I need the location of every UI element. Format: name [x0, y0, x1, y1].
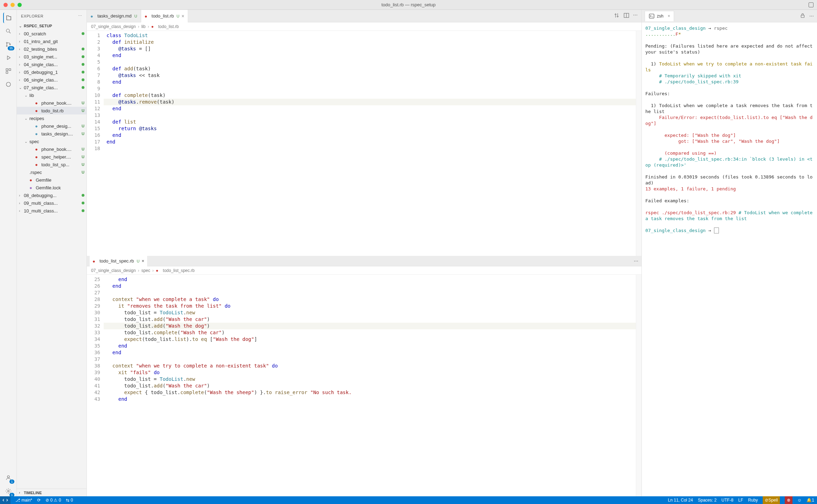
close-icon[interactable]: × [181, 13, 184, 19]
tree-item[interactable]: ⌄07_single_clas... [17, 84, 87, 91]
tree-item[interactable]: ›01_intro_and_git [17, 37, 87, 45]
close-icon[interactable]: × [142, 258, 144, 264]
workspace-section[interactable]: ⌄ RSPEC_SETUP [17, 22, 87, 30]
remote-indicator[interactable] [0, 496, 11, 504]
tree-item[interactable]: todo_list_sp...U [17, 161, 87, 168]
tree-item[interactable]: ⌄lib [17, 91, 87, 99]
lock-icon[interactable] [799, 12, 806, 20]
tree-item[interactable]: Gemfile [17, 176, 87, 184]
problems[interactable]: ⊘ 0 ⚠ 0 [46, 498, 61, 503]
svg-point-8 [7, 476, 9, 478]
tree-item[interactable]: Gemfile.lock [17, 184, 87, 191]
settings-icon[interactable] [3, 486, 14, 496]
close-icon[interactable]: × [668, 14, 670, 19]
split-icon[interactable] [623, 12, 630, 20]
port-forward[interactable]: ⇆ 0 [66, 498, 73, 503]
svg-point-9 [7, 490, 9, 492]
tree-item[interactable]: spec_helper....U [17, 153, 87, 161]
tree-item[interactable]: phone_book....U [17, 99, 87, 107]
eol[interactable]: LF [738, 498, 743, 503]
tree-item[interactable]: ›00_scratch [17, 30, 87, 37]
svg-rect-6 [6, 72, 8, 74]
svg-rect-5 [9, 69, 11, 70]
sync-icon[interactable]: ⟳ [37, 498, 41, 503]
tree-item[interactable]: ›06_single_clas... [17, 76, 87, 84]
tree-item[interactable]: todo_list.rbU [17, 107, 87, 114]
svg-point-7 [6, 82, 11, 86]
layout-icon[interactable] [809, 2, 813, 7]
statusbar: ⎇ main* ⟳ ⊘ 0 ⚠ 0 ⇆ 0 Ln 11, Col 24 Spac… [0, 496, 817, 504]
activity-bar [0, 10, 17, 496]
indent[interactable]: Spaces: 2 [698, 498, 716, 503]
tree-item[interactable]: phone_book....U [17, 145, 87, 153]
svg-point-3 [9, 44, 11, 45]
tree-item[interactable]: ›03_single_met... [17, 53, 87, 61]
timeline-section[interactable]: › TIMELINE [17, 489, 87, 496]
tree-item[interactable]: ⌄recipes [17, 114, 87, 122]
error-indicator[interactable]: ⊗ [785, 496, 792, 504]
svg-point-2 [6, 46, 7, 47]
pane-bot-tabs: todo_list_spec.rb U × ⋯ [87, 256, 641, 266]
editor-tabs: tasks_design.mdUtodo_list.rbU× ⋯ [87, 10, 641, 22]
compare-icon[interactable] [613, 12, 620, 20]
svg-rect-11 [649, 14, 654, 18]
minimap[interactable] [636, 31, 641, 256]
editor-top[interactable]: 123456789101112131415161718 class TodoLi… [87, 31, 641, 256]
cursor-position[interactable]: Ln 11, Col 24 [668, 498, 693, 503]
svg-point-1 [6, 42, 7, 43]
tab-spec[interactable]: todo_list_spec.rb U × [90, 256, 147, 266]
terminal-panel: zsh × ⋯ 07_single_class_design → rspec..… [642, 10, 817, 496]
spell-check[interactable]: ⊘ Spell [763, 496, 780, 504]
extensions-icon[interactable] [3, 66, 14, 76]
minimap[interactable] [636, 275, 641, 496]
source-control-icon[interactable] [3, 39, 14, 50]
tree-item[interactable]: .rspecU [17, 168, 87, 176]
maximize-window-button[interactable] [18, 3, 22, 7]
sidebar-title: EXPLORER [21, 14, 43, 18]
svg-rect-4 [6, 69, 8, 70]
breadcrumb-top[interactable]: 07_single_class_design› lib› todo_list.r… [87, 22, 641, 31]
titlebar: todo_list.rb — rspec_setup [0, 0, 817, 10]
tree-item[interactable]: ›10_multi_class... [17, 207, 87, 215]
explorer-icon[interactable] [3, 13, 14, 23]
search-icon[interactable] [3, 26, 14, 36]
close-window-button[interactable] [4, 3, 8, 7]
tree-item[interactable]: ›08_debugging... [17, 191, 87, 199]
encoding[interactable]: UTF-8 [721, 498, 733, 503]
terminal-tab[interactable]: zsh × [645, 11, 674, 21]
pane-more-icon[interactable]: ⋯ [634, 258, 639, 264]
notifications[interactable]: 🔔1 [806, 498, 814, 503]
svg-point-0 [6, 29, 9, 32]
language[interactable]: Ruby [748, 498, 758, 503]
tab-more-icon[interactable]: ⋯ [633, 12, 638, 20]
pull-request-icon[interactable] [3, 79, 14, 90]
feedback-icon[interactable]: ☺ [797, 498, 802, 503]
ruby-icon [92, 259, 97, 264]
window-title: todo_list.rb — rspec_setup [382, 2, 436, 7]
tree-item[interactable]: ›05_debugging_1 [17, 68, 87, 76]
terminal-output[interactable]: 07_single_class_design → rspec..........… [642, 22, 817, 496]
editor-bot[interactable]: 25262728293031323334353637383940414243 e… [87, 275, 641, 496]
minimize-window-button[interactable] [11, 3, 15, 7]
tree-item[interactable]: ›04_single_clas... [17, 61, 87, 68]
tree-item[interactable]: tasks_design....U [17, 130, 87, 138]
file-tree: ›00_scratch›01_intro_and_git›02_testing_… [17, 30, 87, 489]
term-more-icon[interactable]: ⋯ [809, 13, 814, 19]
tree-item[interactable]: phone_desig...U [17, 122, 87, 130]
tree-item[interactable]: ›02_testing_bites [17, 45, 87, 53]
debug-icon[interactable] [3, 52, 14, 63]
editor-tab[interactable]: todo_list.rbU× [141, 10, 188, 22]
account-icon[interactable] [3, 472, 14, 483]
tree-item[interactable]: ⌄spec [17, 138, 87, 145]
tree-item[interactable]: ›09_multi_class... [17, 199, 87, 207]
editor-tab[interactable]: tasks_design.mdU [87, 10, 141, 22]
more-icon[interactable]: ⋯ [78, 14, 82, 18]
git-branch[interactable]: ⎇ main* [15, 498, 32, 503]
sidebar: EXPLORER ⋯ ⌄ RSPEC_SETUP ›00_scratch›01_… [17, 10, 87, 496]
svg-rect-12 [801, 15, 804, 18]
breadcrumb-bot[interactable]: 07_single_class_design› spec› todo_list_… [87, 266, 641, 275]
